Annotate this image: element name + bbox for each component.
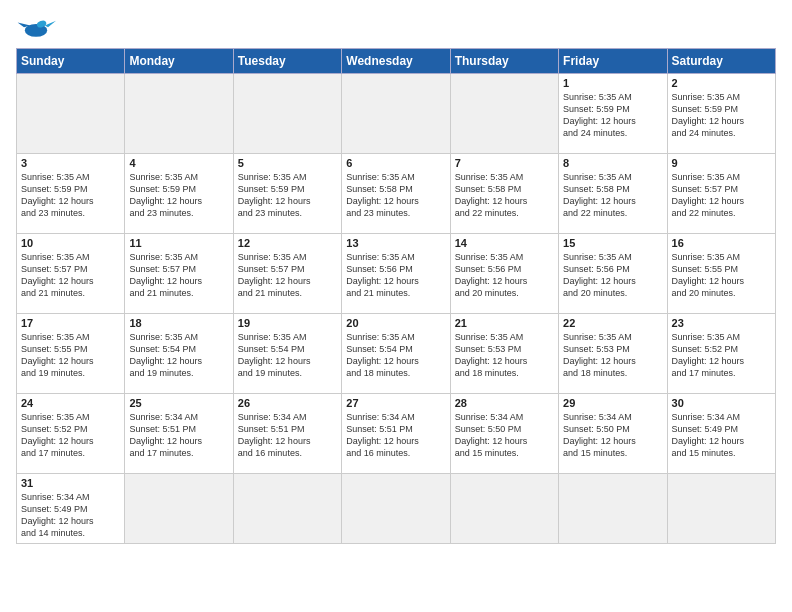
calendar-cell: 7Sunrise: 5:35 AM Sunset: 5:58 PM Daylig… (450, 154, 558, 234)
calendar-cell (667, 474, 775, 544)
svg-marker-2 (45, 21, 56, 27)
calendar-cell: 23Sunrise: 5:35 AM Sunset: 5:52 PM Dayli… (667, 314, 775, 394)
day-info: Sunrise: 5:35 AM Sunset: 5:56 PM Dayligh… (563, 251, 662, 300)
calendar-cell: 13Sunrise: 5:35 AM Sunset: 5:56 PM Dayli… (342, 234, 450, 314)
day-number: 29 (563, 397, 662, 409)
day-number: 5 (238, 157, 337, 169)
calendar-cell: 2Sunrise: 5:35 AM Sunset: 5:59 PM Daylig… (667, 74, 775, 154)
day-info: Sunrise: 5:34 AM Sunset: 5:51 PM Dayligh… (238, 411, 337, 460)
day-number: 10 (21, 237, 120, 249)
calendar-cell: 22Sunrise: 5:35 AM Sunset: 5:53 PM Dayli… (559, 314, 667, 394)
day-info: Sunrise: 5:34 AM Sunset: 5:49 PM Dayligh… (672, 411, 771, 460)
day-info: Sunrise: 5:35 AM Sunset: 5:57 PM Dayligh… (21, 251, 120, 300)
calendar-week-row: 17Sunrise: 5:35 AM Sunset: 5:55 PM Dayli… (17, 314, 776, 394)
day-number: 24 (21, 397, 120, 409)
calendar-cell: 16Sunrise: 5:35 AM Sunset: 5:55 PM Dayli… (667, 234, 775, 314)
day-number: 20 (346, 317, 445, 329)
calendar-cell (342, 474, 450, 544)
day-number: 11 (129, 237, 228, 249)
day-number: 21 (455, 317, 554, 329)
day-number: 27 (346, 397, 445, 409)
weekday-header-saturday: Saturday (667, 49, 775, 74)
day-number: 14 (455, 237, 554, 249)
day-info: Sunrise: 5:35 AM Sunset: 5:59 PM Dayligh… (563, 91, 662, 140)
calendar-cell: 29Sunrise: 5:34 AM Sunset: 5:50 PM Dayli… (559, 394, 667, 474)
day-info: Sunrise: 5:35 AM Sunset: 5:53 PM Dayligh… (563, 331, 662, 380)
day-info: Sunrise: 5:35 AM Sunset: 5:59 PM Dayligh… (21, 171, 120, 220)
calendar-cell: 14Sunrise: 5:35 AM Sunset: 5:56 PM Dayli… (450, 234, 558, 314)
calendar-cell: 11Sunrise: 5:35 AM Sunset: 5:57 PM Dayli… (125, 234, 233, 314)
calendar-cell: 15Sunrise: 5:35 AM Sunset: 5:56 PM Dayli… (559, 234, 667, 314)
calendar-cell (233, 74, 341, 154)
weekday-header-sunday: Sunday (17, 49, 125, 74)
calendar-week-row: 24Sunrise: 5:35 AM Sunset: 5:52 PM Dayli… (17, 394, 776, 474)
day-number: 13 (346, 237, 445, 249)
calendar-cell: 5Sunrise: 5:35 AM Sunset: 5:59 PM Daylig… (233, 154, 341, 234)
weekday-header-row: SundayMondayTuesdayWednesdayThursdayFrid… (17, 49, 776, 74)
calendar-cell: 26Sunrise: 5:34 AM Sunset: 5:51 PM Dayli… (233, 394, 341, 474)
day-info: Sunrise: 5:35 AM Sunset: 5:57 PM Dayligh… (129, 251, 228, 300)
day-number: 19 (238, 317, 337, 329)
day-number: 4 (129, 157, 228, 169)
weekday-header-wednesday: Wednesday (342, 49, 450, 74)
day-number: 28 (455, 397, 554, 409)
day-info: Sunrise: 5:35 AM Sunset: 5:55 PM Dayligh… (672, 251, 771, 300)
calendar-cell (233, 474, 341, 544)
calendar-cell: 8Sunrise: 5:35 AM Sunset: 5:58 PM Daylig… (559, 154, 667, 234)
day-number: 1 (563, 77, 662, 89)
day-number: 31 (21, 477, 120, 489)
day-info: Sunrise: 5:35 AM Sunset: 5:58 PM Dayligh… (563, 171, 662, 220)
calendar-cell: 31Sunrise: 5:34 AM Sunset: 5:49 PM Dayli… (17, 474, 125, 544)
calendar-week-row: 1Sunrise: 5:35 AM Sunset: 5:59 PM Daylig… (17, 74, 776, 154)
day-info: Sunrise: 5:34 AM Sunset: 5:50 PM Dayligh… (563, 411, 662, 460)
day-info: Sunrise: 5:34 AM Sunset: 5:51 PM Dayligh… (346, 411, 445, 460)
calendar-cell: 12Sunrise: 5:35 AM Sunset: 5:57 PM Dayli… (233, 234, 341, 314)
day-info: Sunrise: 5:35 AM Sunset: 5:55 PM Dayligh… (21, 331, 120, 380)
day-info: Sunrise: 5:35 AM Sunset: 5:57 PM Dayligh… (672, 171, 771, 220)
day-info: Sunrise: 5:35 AM Sunset: 5:59 PM Dayligh… (672, 91, 771, 140)
day-number: 25 (129, 397, 228, 409)
day-number: 22 (563, 317, 662, 329)
day-number: 12 (238, 237, 337, 249)
weekday-header-monday: Monday (125, 49, 233, 74)
day-number: 7 (455, 157, 554, 169)
day-info: Sunrise: 5:35 AM Sunset: 5:59 PM Dayligh… (129, 171, 228, 220)
calendar-week-row: 10Sunrise: 5:35 AM Sunset: 5:57 PM Dayli… (17, 234, 776, 314)
calendar-cell: 3Sunrise: 5:35 AM Sunset: 5:59 PM Daylig… (17, 154, 125, 234)
logo-icon (16, 16, 56, 40)
day-number: 17 (21, 317, 120, 329)
calendar-week-row: 31Sunrise: 5:34 AM Sunset: 5:49 PM Dayli… (17, 474, 776, 544)
calendar-cell: 1Sunrise: 5:35 AM Sunset: 5:59 PM Daylig… (559, 74, 667, 154)
logo (16, 16, 60, 40)
day-info: Sunrise: 5:35 AM Sunset: 5:59 PM Dayligh… (238, 171, 337, 220)
calendar-cell: 9Sunrise: 5:35 AM Sunset: 5:57 PM Daylig… (667, 154, 775, 234)
day-info: Sunrise: 5:35 AM Sunset: 5:58 PM Dayligh… (455, 171, 554, 220)
day-info: Sunrise: 5:35 AM Sunset: 5:54 PM Dayligh… (346, 331, 445, 380)
calendar-cell: 24Sunrise: 5:35 AM Sunset: 5:52 PM Dayli… (17, 394, 125, 474)
day-number: 9 (672, 157, 771, 169)
day-info: Sunrise: 5:35 AM Sunset: 5:53 PM Dayligh… (455, 331, 554, 380)
calendar-cell: 19Sunrise: 5:35 AM Sunset: 5:54 PM Dayli… (233, 314, 341, 394)
calendar-cell (342, 74, 450, 154)
calendar-cell: 4Sunrise: 5:35 AM Sunset: 5:59 PM Daylig… (125, 154, 233, 234)
day-info: Sunrise: 5:35 AM Sunset: 5:57 PM Dayligh… (238, 251, 337, 300)
day-number: 2 (672, 77, 771, 89)
calendar-cell: 20Sunrise: 5:35 AM Sunset: 5:54 PM Dayli… (342, 314, 450, 394)
calendar-cell: 30Sunrise: 5:34 AM Sunset: 5:49 PM Dayli… (667, 394, 775, 474)
calendar-cell: 25Sunrise: 5:34 AM Sunset: 5:51 PM Dayli… (125, 394, 233, 474)
calendar-cell: 6Sunrise: 5:35 AM Sunset: 5:58 PM Daylig… (342, 154, 450, 234)
day-info: Sunrise: 5:35 AM Sunset: 5:56 PM Dayligh… (346, 251, 445, 300)
day-info: Sunrise: 5:34 AM Sunset: 5:50 PM Dayligh… (455, 411, 554, 460)
day-info: Sunrise: 5:35 AM Sunset: 5:58 PM Dayligh… (346, 171, 445, 220)
day-number: 16 (672, 237, 771, 249)
day-info: Sunrise: 5:35 AM Sunset: 5:56 PM Dayligh… (455, 251, 554, 300)
day-number: 30 (672, 397, 771, 409)
calendar-cell: 10Sunrise: 5:35 AM Sunset: 5:57 PM Dayli… (17, 234, 125, 314)
day-number: 6 (346, 157, 445, 169)
calendar-cell: 21Sunrise: 5:35 AM Sunset: 5:53 PM Dayli… (450, 314, 558, 394)
weekday-header-friday: Friday (559, 49, 667, 74)
day-info: Sunrise: 5:35 AM Sunset: 5:54 PM Dayligh… (129, 331, 228, 380)
calendar-cell (125, 74, 233, 154)
day-number: 26 (238, 397, 337, 409)
calendar-cell: 18Sunrise: 5:35 AM Sunset: 5:54 PM Dayli… (125, 314, 233, 394)
